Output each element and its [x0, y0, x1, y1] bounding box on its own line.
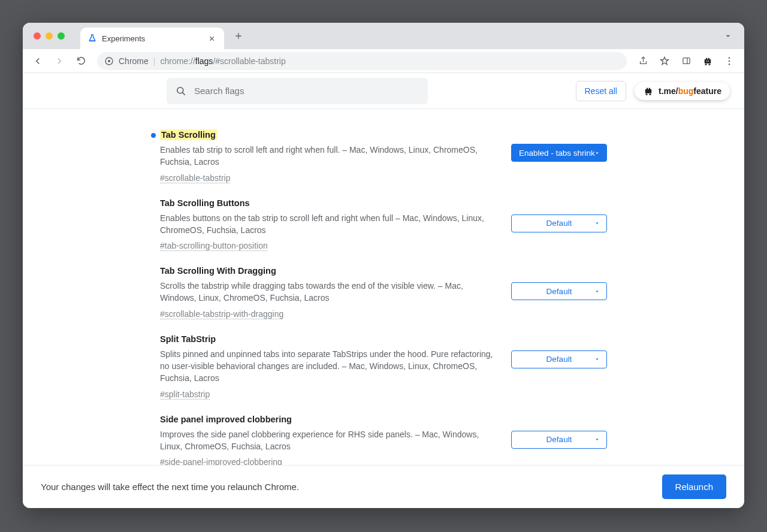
- tab-strip: Experiments: [23, 23, 744, 49]
- svg-rect-16: [649, 87, 650, 89]
- page-content: Reset all t.me/bugfeature Tab Scrolling …: [23, 73, 744, 465]
- svg-rect-8: [706, 61, 708, 62]
- toolbar: Chrome | chrome://flags/#scrollable-tabs…: [23, 49, 744, 73]
- window-controls: [30, 32, 70, 40]
- flag-hash-link[interactable]: #scrollable-tabstrip: [160, 173, 231, 183]
- flag-item: Tab Scrolling Buttons Enables buttons on…: [160, 191, 607, 259]
- chevron-down-icon: [594, 356, 600, 362]
- svg-rect-18: [649, 93, 651, 95]
- svg-point-1: [108, 60, 110, 62]
- bookmark-icon[interactable]: [656, 52, 674, 70]
- svg-rect-6: [705, 64, 707, 65]
- browser-tab[interactable]: Experiments: [80, 28, 224, 49]
- chevron-down-icon: [594, 220, 600, 226]
- close-tab-button[interactable]: [206, 33, 217, 44]
- flag-title: Tab Scrolling: [160, 129, 217, 140]
- maximize-window-button[interactable]: [58, 32, 65, 40]
- svg-point-12: [729, 63, 730, 65]
- flask-icon: [87, 34, 97, 43]
- svg-point-11: [729, 60, 730, 62]
- flag-select-value: Enabled - tabs shrink: [519, 149, 595, 158]
- browser-window: Experiments Chrome | c: [23, 23, 744, 508]
- site-info-icon[interactable]: [104, 56, 114, 66]
- flag-description: Improves the side panel clobbering exper…: [160, 428, 502, 453]
- flag-hash-link[interactable]: #scrollable-tabstrip-with-dragging: [160, 309, 283, 319]
- svg-rect-7: [709, 64, 711, 65]
- svg-rect-17: [645, 93, 647, 95]
- flag-select[interactable]: Default: [511, 282, 607, 300]
- flag-title: Split TabStrip: [160, 334, 216, 344]
- relaunch-button[interactable]: Relaunch: [662, 474, 726, 499]
- svg-rect-3: [705, 59, 711, 64]
- reload-button[interactable]: [72, 52, 90, 70]
- svg-rect-14: [645, 89, 652, 93]
- flag-hash-link[interactable]: #split-tabstrip: [160, 389, 210, 399]
- svg-rect-4: [706, 58, 707, 59]
- flag-item: Tab Scrolling Enables tab strip to scrol…: [160, 122, 607, 191]
- chevron-down-icon: [594, 150, 600, 156]
- search-flags-box[interactable]: [167, 78, 428, 104]
- flag-item: Tab Scrolling With Dragging Scrolls the …: [160, 258, 607, 327]
- side-panel-icon[interactable]: [677, 52, 695, 70]
- flag-select[interactable]: Default: [511, 350, 607, 368]
- chevron-down-icon: [594, 288, 600, 295]
- flag-title: Tab Scrolling Buttons: [160, 198, 250, 208]
- flag-select-value: Default: [546, 435, 572, 444]
- flag-item: Split TabStrip Splits pinned and unpinne…: [160, 327, 607, 407]
- flag-select-value: Default: [546, 355, 572, 364]
- omnibox-scheme-label: Chrome: [119, 56, 149, 66]
- relaunch-footer: Your changes will take effect the next t…: [23, 465, 744, 508]
- address-bar[interactable]: Chrome | chrome://flags/#scrollable-tabs…: [97, 52, 627, 70]
- forward-button[interactable]: [50, 52, 68, 70]
- flag-title: Tab Scrolling With Dragging: [160, 266, 276, 276]
- share-icon[interactable]: [634, 52, 652, 70]
- svg-rect-9: [708, 61, 709, 62]
- flag-select[interactable]: Default: [511, 431, 607, 449]
- flag-select-value: Default: [546, 287, 572, 296]
- tab-list-dropdown[interactable]: [719, 23, 737, 49]
- svg-rect-5: [708, 58, 709, 59]
- svg-rect-2: [683, 58, 689, 64]
- flags-header: Reset all t.me/bugfeature: [23, 73, 744, 109]
- search-input[interactable]: [194, 86, 419, 96]
- menu-icon[interactable]: [720, 52, 738, 70]
- flag-item: Side panel improved clobbering Improves …: [160, 407, 607, 465]
- flag-select[interactable]: Default: [511, 214, 607, 232]
- svg-point-10: [729, 57, 730, 59]
- flag-title: Side panel improved clobbering: [160, 415, 292, 424]
- svg-point-13: [177, 87, 183, 93]
- flag-description: Enables tab strip to scroll left and rig…: [160, 144, 502, 168]
- flag-description: Enables buttons on the tab strip to scro…: [160, 212, 502, 237]
- bugfeature-badge[interactable]: t.me/bugfeature: [635, 82, 730, 100]
- footer-message: Your changes will take effect the next t…: [41, 482, 299, 492]
- flag-description: Splits pinned and unpinned tabs into sep…: [160, 348, 502, 385]
- close-window-button[interactable]: [34, 32, 41, 40]
- flag-description: Scrolls the tabstrip while dragging tabs…: [160, 280, 502, 304]
- omnibox-url: chrome://flags/#scrollable-tabstrip: [160, 56, 285, 66]
- flag-hash-link[interactable]: #tab-scrolling-button-position: [160, 241, 268, 250]
- reset-all-button[interactable]: Reset all: [576, 81, 626, 101]
- chevron-down-icon: [594, 436, 600, 443]
- flag-hash-link[interactable]: #side-panel-improved-clobbering: [160, 457, 282, 465]
- modified-indicator-icon: [151, 133, 156, 138]
- search-icon: [175, 85, 187, 97]
- new-tab-button[interactable]: [230, 28, 247, 44]
- flag-select-value: Default: [546, 219, 572, 228]
- extension-icon[interactable]: [699, 52, 717, 70]
- back-button[interactable]: [29, 52, 47, 70]
- flag-select[interactable]: Enabled - tabs shrink: [511, 144, 607, 162]
- minimize-window-button[interactable]: [46, 32, 53, 40]
- svg-rect-15: [647, 87, 648, 89]
- flags-list: Tab Scrolling Enables tab strip to scrol…: [23, 109, 744, 465]
- tab-title: Experiments: [102, 34, 206, 43]
